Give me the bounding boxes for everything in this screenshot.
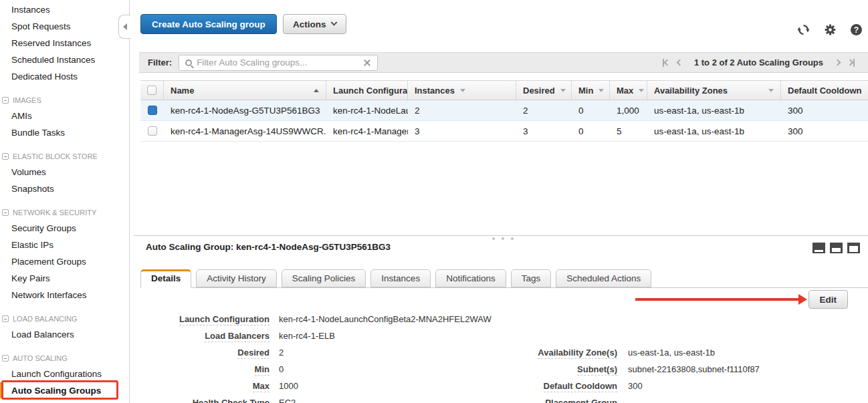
sidebar-item-scheduled-instances[interactable]: Scheduled Instances — [11, 55, 95, 68]
chevron-down-icon — [330, 19, 337, 25]
tab-instances[interactable]: Instances — [370, 269, 431, 287]
sidebar-section-auto-scaling[interactable]: AUTO SCALING — [2, 354, 68, 362]
detail-fields-right: Availability Zone(s) us-east-1a, us-east… — [517, 348, 760, 403]
actions-button-label: Actions — [293, 19, 326, 29]
sidebar-item-network-interfaces[interactable]: Network Interfaces — [11, 290, 87, 303]
column-header-max[interactable]: Max — [610, 81, 647, 100]
field-value: ken-rc4-1-NodeLaunchConfigBeta2-MNA2HFEL… — [279, 314, 492, 324]
filter-label: Filter: — [148, 57, 172, 68]
tab-notifications[interactable]: Notifications — [435, 269, 506, 287]
collapse-icon — [2, 97, 9, 104]
cell-name: ken-rc4-1-NodeAsg-G5TU3P561BG3 — [164, 106, 326, 116]
table-row[interactable]: ken-rc4-1-NodeAsg-G5TU3P561BG3 ken-rc4-1… — [140, 100, 868, 121]
sidebar-item-spot-requests[interactable]: Spot Requests — [11, 21, 71, 35]
tab-tags[interactable]: Tags — [511, 269, 552, 287]
tab-scheduled-actions[interactable]: Scheduled Actions — [556, 269, 651, 287]
field-value: 0 — [279, 364, 284, 374]
field-label: Availability Zone(s) — [517, 348, 617, 359]
field-label: Launch Configuration — [152, 314, 269, 325]
column-header-desired[interactable]: Desired — [516, 81, 572, 100]
checkbox-checked-icon[interactable] — [148, 106, 157, 115]
pagination-next-button[interactable] — [835, 60, 840, 65]
checkbox-icon[interactable] — [148, 126, 157, 136]
sidebar-item-elastic-ips[interactable]: Elastic IPs — [11, 240, 53, 253]
sort-desc-icon — [560, 89, 566, 92]
field-label: Load Balancers — [152, 331, 269, 342]
field-value: 2 — [279, 348, 284, 358]
tab-details[interactable]: Details — [140, 269, 191, 288]
cell-desired: 3 — [516, 126, 572, 136]
cell-min: 0 — [572, 106, 610, 116]
column-header-min[interactable]: Min — [572, 81, 610, 100]
sidebar-item-placement-groups[interactable]: Placement Groups — [11, 257, 86, 270]
layout-bottom-pane-small-icon[interactable] — [812, 243, 825, 253]
table-row[interactable]: ken-rc4-1-ManagerAsg-14US9WWCR... ken-rc… — [140, 121, 868, 142]
drag-dot-icon — [492, 237, 495, 240]
sidebar-item-amis[interactable]: AMIs — [11, 111, 32, 124]
create-auto-scaling-group-button[interactable]: Create Auto Scaling group — [140, 14, 277, 34]
sidebar-item-key-pairs[interactable]: Key Pairs — [11, 273, 50, 287]
sidebar-section-network-security[interactable]: NETWORK & SECURITY — [2, 209, 96, 217]
sidebar-item-load-balancers[interactable]: Load Balancers — [11, 329, 74, 343]
drag-dot-icon — [511, 237, 514, 240]
sidebar-item-security-groups[interactable]: Security Groups — [11, 223, 76, 237]
field-label: Desired — [152, 348, 269, 359]
layout-bottom-pane-medium-icon[interactable] — [830, 243, 843, 253]
sidebar-item-snapshots[interactable]: Snapshots — [11, 184, 54, 197]
clear-filter-icon[interactable] — [363, 59, 371, 67]
gear-icon[interactable] — [824, 23, 837, 36]
pagination-prev-button[interactable] — [677, 60, 682, 65]
sidebar-item-launch-configurations[interactable]: Launch Configurations — [11, 369, 102, 382]
column-header-default-cooldown[interactable]: Default Cooldown — [781, 81, 868, 100]
active-item-indicator — [0, 382, 3, 398]
cell-availability-zones: us-east-1a, us-east-1b — [647, 106, 781, 116]
pagination-first-button[interactable] — [663, 59, 669, 67]
field-label: Health Check Type — [152, 398, 269, 403]
sidebar-item-instances[interactable]: Instances — [11, 5, 50, 18]
pagination-last-button[interactable] — [848, 59, 855, 67]
cell-name: ken-rc4-1-ManagerAsg-14US9WWCR... — [164, 126, 326, 136]
sidebar-item-auto-scaling-groups[interactable]: Auto Scaling Groups — [11, 386, 101, 399]
cell-launch-configuration: ken-rc4-1-NodeLaunch... — [326, 106, 408, 116]
sidebar: Instances Spot Requests Reserved Instanc… — [0, 0, 130, 403]
select-all-checkbox[interactable] — [140, 81, 164, 100]
sidebar-section-label: IMAGES — [13, 96, 41, 104]
tab-activity-history[interactable]: Activity History — [196, 269, 277, 287]
collapse-icon — [2, 209, 9, 216]
column-label: Desired — [523, 86, 555, 96]
refresh-icon[interactable] — [797, 23, 810, 36]
pane-drag-handle[interactable] — [492, 237, 514, 240]
cell-availability-zones: us-east-1a, us-east-1b — [647, 126, 781, 136]
sidebar-item-bundle-tasks[interactable]: Bundle Tasks — [11, 128, 65, 141]
sidebar-section-images[interactable]: IMAGES — [2, 96, 41, 104]
detail-panel-title: Auto Scaling Group: ken-rc4-1-NodeAsg-G5… — [146, 242, 391, 252]
cell-instances: 2 — [408, 106, 516, 116]
help-icon[interactable]: ? — [851, 24, 862, 35]
checkbox-icon[interactable] — [147, 86, 156, 95]
field-value: EC2 — [279, 398, 296, 403]
sidebar-item-dedicated-hosts[interactable]: Dedicated Hosts — [11, 72, 78, 85]
filter-search-input[interactable] — [197, 57, 358, 68]
column-header-instances[interactable]: Instances — [408, 81, 516, 100]
column-label: Min — [578, 86, 593, 96]
pagination: 1 to 2 of 2 Auto Scaling Groups — [663, 57, 855, 68]
row-checkbox[interactable] — [140, 126, 164, 136]
toolbar-icons: ? — [797, 23, 862, 36]
column-label: Launch Configuration — [333, 86, 408, 96]
sidebar-item-reserved-instances[interactable]: Reserved Instances — [11, 38, 91, 51]
sidebar-item-volumes[interactable]: Volumes — [11, 167, 46, 180]
layout-bottom-pane-large-icon[interactable] — [847, 243, 860, 253]
column-header-name[interactable]: Name — [164, 81, 326, 100]
pane-divider — [134, 235, 868, 236]
field-row: Min 0 — [152, 364, 492, 381]
column-header-launch-configuration[interactable]: Launch Configuration — [326, 81, 408, 100]
column-header-availability-zones[interactable]: Availability Zones — [647, 81, 781, 100]
actions-button[interactable]: Actions — [283, 14, 346, 34]
sidebar-section-load-balancing[interactable]: LOAD BALANCING — [2, 315, 78, 323]
sidebar-collapse-handle[interactable] — [118, 15, 130, 39]
row-checkbox[interactable] — [140, 106, 164, 115]
field-label: Subnet(s) — [517, 364, 617, 376]
edit-button[interactable]: Edit — [808, 290, 849, 309]
tab-scaling-policies[interactable]: Scaling Policies — [282, 269, 366, 287]
sidebar-section-elastic-block-store[interactable]: ELASTIC BLOCK STORE — [2, 152, 98, 160]
